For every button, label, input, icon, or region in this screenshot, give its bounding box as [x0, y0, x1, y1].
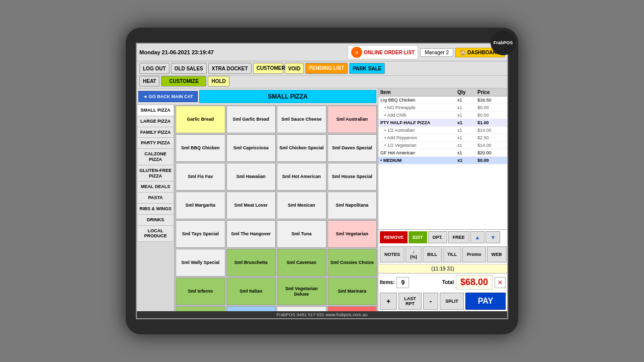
left-panel: ◄ GO BACK MAIN CAT SMALL PIZZA SMALL PIZ… [137, 88, 378, 311]
total-amount: $68.00 [456, 275, 493, 290]
sidebar-item-small-pizza[interactable]: SMALL PIZZA [137, 105, 174, 116]
items-label: Items: [380, 280, 394, 285]
pizza-item-sml-bruschetta[interactable]: Sml Bruschetta [226, 249, 276, 277]
pizza-item-sml-vegetarian[interactable]: Sml Vegetarian [328, 220, 377, 248]
void-button[interactable]: VOID [285, 63, 304, 74]
pizza-item-sml-sauce-cheese[interactable]: Sml Sauce Cheese [277, 106, 327, 133]
pizza-item-sml-tays-special[interactable]: Sml Tays Special [176, 220, 225, 248]
pizza-grid: Garlic Bread Sml Garlic Bread Sml Sauce … [175, 105, 378, 311]
receipt-row-half-half[interactable]: PTY HALF-HALF PIZZA x1 $1.00 [378, 119, 507, 127]
items-area: SMALL PIZZA LARGE PIZZA FAMILY PIZZA PAR… [137, 105, 378, 311]
pay-button[interactable]: PAY [465, 293, 506, 310]
hold-button[interactable]: HOLD [208, 76, 229, 86]
category-sidebar: SMALL PIZZA LARGE PIZZA FAMILY PIZZA PAR… [137, 105, 175, 311]
minus-pct-button[interactable]: - (%) [406, 246, 422, 262]
pizza-item-sml-napolitana[interactable]: Sml Napolitana [328, 192, 377, 219]
sidebar-item-drinks[interactable]: DRINKS [137, 214, 174, 225]
pizza-item-sml-the-lot[interactable]: Sml The Lot [226, 306, 276, 311]
pizza-item-sml-chicken-special[interactable]: Sml Chicken Special [277, 134, 327, 162]
items-count: 9 [396, 277, 409, 288]
opt-button[interactable]: OPT. [428, 231, 447, 243]
top-buttons-row: LOG OUT OLD SALES XTRA DOCKET CUSTOMER V… [137, 61, 507, 76]
customer-button[interactable]: CUSTOMER [253, 63, 283, 74]
pizza-item-sml-italian[interactable]: Sml Italian [226, 278, 276, 305]
arrow-down-button[interactable]: ▼ [486, 231, 500, 243]
notes-button[interactable]: NOTES [380, 246, 405, 262]
pizza-item-sml-cossies-choice[interactable]: Sml Cossies Choice [328, 249, 377, 277]
pizza-item-sml-meat-lover[interactable]: Sml Meat Lover [226, 192, 276, 219]
sidebar-item-gluten-free[interactable]: GLUTEN-FREE PIZZA [137, 165, 174, 182]
pizza-item-sml-hawaiian[interactable]: Sml Hawaiian [226, 163, 276, 191]
pizza-item-sml-mexican[interactable]: Sml Mexican [277, 192, 327, 219]
pizza-item-sml-veg-deluxe[interactable]: Sml Vegetarian Deluxe [277, 278, 327, 305]
sidebar-item-meal-deals[interactable]: MEAL DEALS [137, 181, 174, 192]
pizza-item-sml-australian[interactable]: Sml Australian [328, 106, 377, 133]
order-logo: O [351, 47, 362, 58]
bill-button[interactable]: BILL [423, 246, 442, 262]
promo-button[interactable]: Promo [462, 246, 486, 262]
split-button[interactable]: SPLIT [440, 293, 464, 310]
second-buttons-row: HEAT CUSTOMIZE HOLD [137, 76, 507, 88]
footer: FrabPOS 0481 517 031 www.frabpos.com.au [137, 311, 507, 318]
heat-button[interactable]: HEAT [139, 76, 159, 86]
free-button[interactable]: FREE [448, 231, 469, 243]
receipt-row-medium[interactable]: • MEDIUM x1 $0.00 [378, 157, 507, 164]
last-rpt-button[interactable]: LAST RPT [398, 293, 422, 310]
pizza-item-sml-tuna[interactable]: Sml Tuna [277, 220, 327, 248]
sidebar-item-local-produce[interactable]: LOCAL PRODUCE [137, 225, 174, 242]
xtra-docket-button[interactable]: XTRA DOCKET [208, 63, 252, 74]
sidebar-item-family-pizza[interactable]: FAMILY PIZZA [137, 127, 174, 138]
pizza-item-sml-fis-fav[interactable]: Sml Fis Fav [176, 163, 225, 191]
receipt-row-gf-hot-american[interactable]: GF Hot American x1 $20.00 [378, 149, 507, 157]
pizza-item-misc-sml-pizza[interactable]: MISC SML PIZZA [328, 306, 377, 311]
sidebar-item-pasta[interactable]: PASTA [137, 192, 174, 203]
bottom-action-buttons: NOTES - (%) BILL TILL Promo WEB [378, 245, 507, 264]
pizza-item-sml-wally-special[interactable]: Sml Wally Special [176, 249, 225, 277]
pizza-item-sml-margarita[interactable]: Sml Margarita [176, 192, 225, 219]
receipt-row-half-vegetarian[interactable]: • 1/2 Vegetarian x1 $14.00 [378, 142, 507, 149]
go-back-button[interactable]: ◄ GO BACK MAIN CAT [138, 91, 198, 102]
online-order-button[interactable]: O ONLINE ORDER LIST [348, 45, 418, 59]
pizza-item-sml-house-special[interactable]: Sml House Special [328, 163, 377, 191]
pizza-item-sml-the-hangover[interactable]: Sml The Hangover [226, 220, 276, 248]
sidebar-item-large-pizza[interactable]: LARGE PIZZA [137, 116, 174, 127]
pizza-item-garlic-bread[interactable]: Garlic Bread [176, 106, 225, 133]
sidebar-item-party-pizza[interactable]: PARTY PIZZA [137, 137, 174, 148]
pay-row: + LAST RPT - SPLIT PAY [378, 291, 507, 311]
pizza-item-sml-hot-american[interactable]: Sml Hot American [277, 163, 327, 191]
pizza-item-sml-caveman[interactable]: Sml Caveman [277, 249, 327, 277]
pizza-item-sml-bbq-chicken[interactable]: Sml BBQ Chicken [176, 134, 225, 162]
clear-total-button[interactable]: ✕ [495, 277, 506, 288]
minus-button[interactable]: - [423, 293, 439, 310]
remove-button[interactable]: REMOVE [380, 231, 408, 243]
right-panel: Item Qty Price Lrg BBQ Chicken x1 $16.50… [378, 88, 507, 311]
frabpos-logo: FrabPOS [491, 30, 516, 55]
pizza-item-sml-daves-special[interactable]: Sml Daves Special [328, 134, 377, 162]
logout-button[interactable]: LOG OUT [139, 63, 170, 74]
pizza-item-sml-garlic-bread[interactable]: Sml Garlic Bread [226, 106, 276, 133]
receipt-header: Item Qty Price [378, 88, 507, 97]
category-title: SMALL PIZZA [199, 90, 376, 103]
pizza-item-sml-roasted[interactable]: Sml Roasted [176, 306, 225, 311]
receipt-row-add-chilli[interactable]: • Add Chilli x1 $0.00 [378, 112, 507, 119]
receipt-row-lrg-bbq[interactable]: Lrg BBQ Chicken x1 $16.50 [378, 97, 507, 104]
pizza-item-sml-inferno[interactable]: Sml Inferno [176, 278, 225, 305]
col-price-header: Price [477, 89, 505, 95]
sidebar-item-ribs-wings[interactable]: RIBS & WINGS [137, 203, 174, 214]
receipt-row-no-pineapple[interactable]: • NO Pineapple x1 $0.00 [378, 104, 507, 112]
sidebar-item-calzone[interactable]: CALZONE PIZZA [137, 148, 174, 165]
old-sales-button[interactable]: OLD SALES [171, 63, 207, 74]
pending-list-button[interactable]: PENDING LIST [305, 63, 348, 74]
plus-button[interactable]: + [380, 293, 397, 310]
receipt-row-half-australian[interactable]: • 1/2 Australian x1 $14.00 [378, 127, 507, 134]
pizza-item-sml-yiros-pizza[interactable]: Sml Yiros Pizza [277, 306, 327, 311]
arrow-up-button[interactable]: ▲ [470, 231, 485, 243]
receipt-row-add-pepperoni[interactable]: • Add Pepperoni x1 $2.50 [378, 134, 507, 142]
pizza-item-sml-marinara[interactable]: Sml Marinara [328, 278, 377, 305]
pizza-item-sml-capricciosa[interactable]: Sml Capricciosa [226, 134, 276, 162]
web-button[interactable]: WEB [487, 246, 507, 262]
till-button[interactable]: TILL [443, 246, 461, 262]
park-sale-button[interactable]: PARK SALE [349, 63, 385, 74]
customize-button[interactable]: CUSTOMIZE [161, 76, 206, 86]
edit-button[interactable]: EDIT [409, 231, 427, 243]
